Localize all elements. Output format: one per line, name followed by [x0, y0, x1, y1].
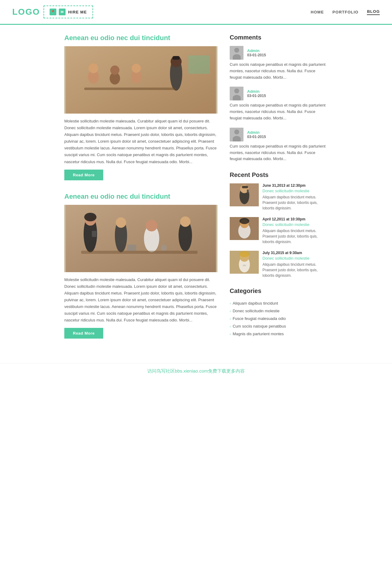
avatar-silhouette-2 — [230, 87, 243, 100]
recent-post-2-text: Aliquam dapibus tincidunt metus. Praesen… — [262, 228, 328, 245]
svg-rect-26 — [127, 245, 136, 251]
svg-point-5 — [110, 66, 119, 75]
comments-title: Comments — [230, 34, 328, 41]
main-container: Aenean eu odio nec dui tincidunt — [58, 25, 334, 360]
header-left: LOGO 📍 ✉ HIRE ME — [12, 6, 93, 18]
recent-post-2-image — [230, 217, 259, 240]
svg-rect-25 — [81, 251, 198, 254]
avatar-silhouette-3 — [230, 128, 243, 141]
comment-2-avatar — [230, 87, 243, 100]
svg-point-22 — [146, 220, 157, 231]
comment-2-author: Admin — [247, 89, 266, 94]
main-nav: HOME PORTFOLIO BLOG — [311, 9, 380, 15]
recent-post-1-date: June 31,2013 at 12:30pm — [262, 183, 328, 188]
comment-1-avatar — [230, 46, 243, 60]
comment-2: Admin 03-01-2015 Cum sociis natoque pena… — [230, 87, 328, 121]
category-2[interactable]: › Donec sollicitudin molestie — [230, 307, 328, 315]
pin-icon: 📍 — [50, 9, 56, 15]
logo: LOGO — [12, 7, 40, 17]
svg-point-20 — [116, 217, 126, 228]
svg-point-24 — [180, 216, 190, 227]
chevron-right-icon-4: › — [230, 325, 231, 328]
chevron-right-icon-5: › — [230, 332, 231, 336]
recent-post-2-svg — [230, 217, 259, 240]
svg-rect-32 — [247, 190, 249, 193]
article-1-image — [64, 46, 217, 114]
article-1-image-svg — [64, 46, 217, 114]
category-4[interactable]: › Cum sociis natoque penatibus — [230, 322, 328, 330]
comment-2-header: Admin 03-01-2015 — [230, 87, 328, 100]
comment-3-date: 03-01-2015 — [247, 135, 266, 139]
article-2-image-svg — [64, 205, 217, 272]
categories-section: Categories › Aliquam dapibus tincidunt ›… — [230, 287, 328, 338]
comment-1-date: 03-01-2015 — [247, 53, 266, 57]
comment-1: Admin 03-01-2015 Cum sociis natoque pena… — [230, 46, 328, 81]
mail-icon: ✉ — [59, 9, 66, 15]
recent-post-3-title[interactable]: Donec sollicitudin molestie — [262, 256, 328, 261]
category-5[interactable]: › Magnis dis parturient montes — [230, 330, 328, 338]
comment-2-text: Cum sociis natoque penatibus et magnis d… — [230, 102, 328, 121]
nav-home[interactable]: HOME — [311, 10, 324, 14]
recent-post-3-image — [230, 251, 259, 274]
recent-post-2-content: April 12,2011 at 10:30pm Donec sollicitu… — [262, 217, 328, 245]
category-5-label: Magnis dis parturient montes — [233, 332, 284, 336]
recent-post-1-content: June 31,2013 at 12:30pm Donec sollicitud… — [262, 183, 328, 211]
recent-post-1-title[interactable]: Donec sollicitudin molestie — [262, 189, 328, 193]
comment-3: Admin 03-01-2015 Cum sociis natoque pena… — [230, 128, 328, 162]
sidebar: Comments Admin 03-01-2015 Cum socii — [230, 34, 328, 351]
article-1-title: Aenean eu odio nec dui tincidunt — [64, 34, 217, 42]
chevron-right-icon: › — [230, 302, 231, 305]
category-3-label: Fusce feugiat malesuada odio — [233, 316, 286, 321]
comment-3-header: Admin 03-01-2015 — [230, 128, 328, 141]
article-2-image — [64, 205, 217, 272]
category-1-label: Aliquam dapibus tincidunt — [233, 301, 278, 306]
comment-3-text: Cum sociis natoque penatibus et magnis d… — [230, 143, 328, 162]
article-1: Aenean eu odio nec dui tincidunt — [64, 34, 217, 180]
recent-post-1: June 31,2013 at 12:30pm Donec sollicitud… — [230, 183, 328, 211]
category-1[interactable]: › Aliquam dapibus tincidunt — [230, 299, 328, 307]
recent-post-3-date: July 31,2015 at 9:30am — [262, 251, 328, 255]
recent-post-3: July 31,2015 at 9:30am Donec sollicitudi… — [230, 251, 328, 278]
svg-point-3 — [89, 63, 98, 73]
header: LOGO 📍 ✉ HIRE ME HOME PORTFOLIO BLOG — [0, 0, 392, 25]
nav-blog[interactable]: BLOG — [367, 9, 380, 15]
watermark: 访问鸟写社区bbs.xieniao.com免费下载更多内容 — [0, 363, 392, 379]
comment-3-avatar — [230, 128, 243, 141]
svg-point-27 — [161, 245, 167, 251]
recent-post-3-content: July 31,2015 at 9:30am Donec sollicitudi… — [262, 251, 328, 278]
svg-rect-17 — [92, 231, 96, 237]
comment-1-meta: Admin 03-01-2015 — [247, 48, 266, 57]
svg-rect-31 — [242, 186, 248, 188]
hire-me-button[interactable]: 📍 ✉ HIRE ME — [43, 6, 93, 18]
nav-portfolio[interactable]: PORTFOLIO — [333, 10, 359, 14]
comment-3-author: Admin — [247, 130, 266, 135]
recent-post-2-title[interactable]: Donec sollicitudin molestie — [262, 222, 328, 227]
svg-point-41 — [243, 265, 246, 266]
recent-posts-title: Recent Posts — [230, 171, 328, 178]
category-3[interactable]: › Fusce feugiat malesuada odio — [230, 315, 328, 322]
avatar-head — [234, 48, 239, 53]
article-2-title: Aenean eu odio nec dui tincidunt — [64, 193, 217, 201]
recent-post-1-svg — [230, 183, 259, 206]
recent-post-3-text: Aliquam dapibus tincidunt metus. Praesen… — [262, 262, 328, 278]
category-4-label: Cum sociis natoque penatibus — [233, 324, 286, 328]
avatar-silhouette — [230, 46, 243, 60]
svg-point-18 — [84, 213, 96, 221]
article-1-body: Molestie sollicitudin molestie malesuada… — [64, 118, 217, 165]
article-1-read-more[interactable]: Read More — [64, 170, 103, 180]
avatar-body — [233, 54, 241, 60]
comment-1-text: Cum sociis natoque penatibus et magnis d… — [230, 62, 328, 81]
comment-3-meta: Admin 03-01-2015 — [247, 130, 266, 139]
svg-rect-11 — [188, 55, 210, 74]
svg-rect-10 — [84, 88, 176, 90]
recent-posts-section: Recent Posts June 31,2013 at 12:30p — [230, 171, 328, 278]
svg-point-7 — [132, 64, 141, 73]
comments-section: Comments Admin 03-01-2015 Cum socii — [230, 34, 328, 162]
article-2: Aenean eu odio nec dui tincidunt — [64, 193, 217, 339]
chevron-right-icon-3: › — [230, 317, 231, 321]
article-2-read-more[interactable]: Read More — [64, 328, 103, 339]
article-2-body: Molestie sollicitudin molestie malesuada… — [64, 276, 217, 324]
recent-post-2-date: April 12,2011 at 10:30pm — [262, 217, 328, 221]
recent-post-1-image — [230, 183, 259, 206]
svg-point-36 — [239, 218, 249, 224]
